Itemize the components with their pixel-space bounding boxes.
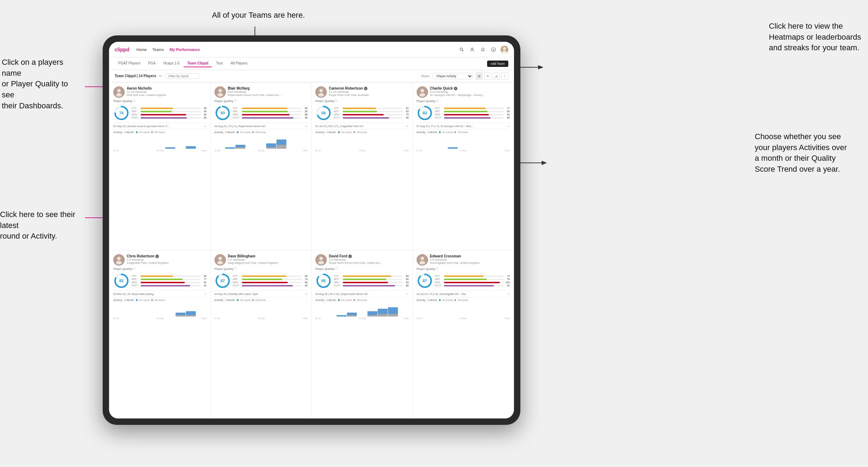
svg-text:93: 93 — [220, 111, 224, 115]
chart-labels: 31 Jul 21 Aug 4 Sep — [113, 317, 207, 319]
latest-round[interactable]: 02 Jul 23 | 59 (+17), Craigmillar Park G… — [315, 123, 409, 128]
svg-text:68: 68 — [321, 111, 326, 115]
activity-title: Activity · 1 Month — [417, 131, 437, 133]
offcourse-label: Off course — [154, 299, 165, 301]
player-avatar — [215, 86, 226, 98]
player-name[interactable]: Blair McHarg — [228, 86, 308, 90]
player-card[interactable]: Blair McHarg Plus Handicap Royal North D… — [211, 83, 312, 250]
activity-header: Activity · 1 Month On course Off course — [417, 299, 510, 301]
tab-all-players[interactable]: All Players — [227, 60, 251, 67]
player-name[interactable]: David Ford ✓ — [329, 254, 409, 258]
user-icon[interactable] — [469, 46, 476, 53]
player-card[interactable]: Aaron Nicholls 11-15 Handicap Drift Golf… — [110, 83, 210, 250]
player-name[interactable]: Chris Robertson ✓ — [127, 254, 207, 258]
player-card[interactable]: Edward Crossman 1-5 Handicap Sunningdale… — [413, 251, 514, 418]
help-icon[interactable]: ? — [490, 46, 497, 53]
player-card[interactable]: Cameron Robertson ✓ 11-15 Handicap Royal… — [312, 83, 412, 250]
latest-round[interactable]: 02 Sep 23 | Sunset round to get back int… — [113, 123, 207, 128]
activity-section: Activity · 1 Month On course Off course … — [215, 129, 308, 152]
player-card[interactable]: Dave Billingham 1-5 Handicap Stag Maging… — [211, 251, 312, 418]
player-card[interactable]: David Ford ✓ 1-5 Handicap Royal North De… — [312, 251, 412, 418]
quality-circle[interactable]: 93 — [215, 105, 231, 121]
search-icon[interactable] — [458, 46, 465, 53]
arg-stat: ARG 85 — [233, 281, 308, 284]
player-avatar — [417, 254, 428, 266]
nav-home[interactable]: Home — [136, 47, 147, 52]
player-info: Dave Billingham 1-5 Handicap Stag Maging… — [228, 254, 308, 264]
chart-label-end: 4 Sep — [302, 149, 308, 152]
latest-round[interactable]: 26 Aug 23 | 73 (+1), Royal North Devon G… — [215, 123, 308, 128]
player-name[interactable]: Edward Crossman — [430, 254, 510, 258]
putt-stat: PUTT 96 — [334, 284, 409, 287]
player-name[interactable]: Charlie Quick ✓ — [430, 86, 510, 90]
ott-stat: OTT 84 — [233, 107, 308, 109]
latest-round[interactable]: 26 Aug 23 | 84 (+12), Royal North Devon … — [315, 290, 409, 296]
player-avatar — [315, 86, 327, 98]
oncourse-label: On course — [139, 131, 150, 133]
tab-team-clippd[interactable]: Team Clippd — [184, 60, 212, 67]
player-card[interactable]: Charlie Quick ✓ 6-10 Handicap St. George… — [413, 83, 514, 250]
avatar-icon[interactable] — [501, 46, 508, 53]
quality-circle[interactable]: 85 — [315, 273, 332, 289]
latest-round[interactable]: 18 Jul 23 | 74 (+4), Sunningdale GC - Ol… — [417, 290, 510, 296]
quality-circle[interactable]: 87 — [417, 273, 433, 289]
quality-circle[interactable]: 83 — [417, 105, 433, 121]
tab-tour[interactable]: Tour — [212, 60, 226, 67]
nav-teams[interactable]: Teams — [153, 47, 164, 52]
bell-icon[interactable] — [479, 46, 486, 53]
annotation-heatmaps: Click here to view the Heatmaps or leade… — [769, 10, 868, 53]
quality-circle[interactable]: 68 — [315, 105, 332, 121]
chart-label-mid: 21 Aug — [359, 149, 366, 152]
nav-my-performance[interactable]: My Performance — [170, 47, 200, 52]
list-view-button[interactable]: ≡ — [484, 73, 491, 80]
edit-icon[interactable]: ✏ — [159, 74, 162, 78]
chart-labels: 31 Jul 21 Aug 4 Sep — [315, 149, 409, 152]
player-card[interactable]: Chris Robertson ✓ 1-5 Handicap Craigmill… — [110, 251, 210, 418]
player-handicap: 1-5 Handicap — [430, 258, 510, 261]
sort-icon-button[interactable]: ↕ — [501, 73, 508, 80]
offcourse-label: Off course — [356, 299, 367, 301]
chart-label-start: 31 Jul — [417, 317, 422, 319]
filter-icon-button[interactable]: ⊿ — [493, 73, 500, 80]
svg-text:82: 82 — [119, 279, 124, 283]
round-text: 02 Sep 23 | Sunset round to get back int… — [113, 125, 169, 128]
activity-section: Activity · 1 Month On course Off course … — [417, 129, 510, 152]
player-avatar — [113, 254, 125, 266]
filter-input[interactable] — [165, 73, 200, 79]
oncourse-label: On course — [442, 299, 453, 301]
player-name[interactable]: Aaron Nicholls — [127, 86, 207, 90]
chart-label-end: 4 Sep — [403, 149, 409, 152]
grid-view-button[interactable]: ⊞ — [476, 73, 483, 80]
tab-hcaps[interactable]: Hcaps 1-5 — [160, 60, 183, 67]
activity-legend: On course Off course — [136, 299, 165, 301]
annotation-arrow-heatmaps — [510, 50, 581, 71]
chart-label-end: 4 Sep — [403, 317, 409, 319]
player-club: Sunningdale Golf Club, United Kingdom — [430, 261, 487, 264]
player-info: Edward Crossman 1-5 Handicap Sunningdale… — [430, 254, 510, 264]
player-name[interactable]: Cameron Robertson ✓ — [329, 86, 409, 90]
tab-pga[interactable]: PGA — [144, 60, 159, 67]
offcourse-legend — [151, 131, 153, 133]
nav-icons: ? — [458, 46, 508, 53]
quality-circle[interactable]: 87 — [215, 273, 231, 289]
latest-round[interactable]: 04 Sep 23 | Mobility with coach, Gym → — [215, 290, 308, 296]
round-arrow: → — [507, 124, 510, 128]
activity-header: Activity · 1 Month On course Off course — [315, 131, 409, 133]
player-handicap: 11-15 Handicap — [329, 90, 409, 93]
latest-round[interactable]: 03 Mar 23 | 19, Must make putting → — [113, 290, 207, 296]
chart-area — [315, 135, 409, 149]
quality-circle[interactable]: 82 — [113, 273, 130, 289]
player-header: David Ford ✓ 1-5 Handicap Royal North De… — [315, 254, 409, 266]
chart-label-mid: 21 Aug — [157, 317, 164, 319]
player-header: Cameron Robertson ✓ 11-15 Handicap Royal… — [315, 86, 409, 98]
activity-legend: On course Off course — [338, 131, 367, 133]
show-select[interactable]: Player Activity Quality Score Trend — [433, 73, 473, 79]
quality-label: Player Quality ⓘ — [215, 267, 308, 270]
svg-text:83: 83 — [422, 111, 427, 115]
latest-round[interactable]: 07 Aug 23 | 77 (+7), St George's Hill GC… — [417, 123, 510, 128]
ott-stat: OTT 89 — [334, 275, 409, 277]
tab-pgat[interactable]: PGAT Players — [115, 60, 144, 67]
player-name[interactable]: Dave Billingham — [228, 254, 308, 258]
add-team-button[interactable]: Add Team — [487, 61, 508, 67]
quality-circle[interactable]: 74 — [113, 105, 130, 121]
